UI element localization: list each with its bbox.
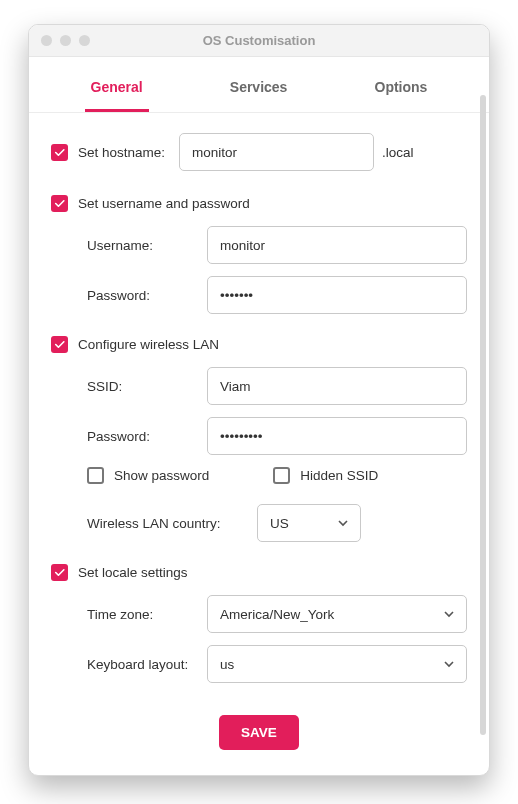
save-button[interactable]: SAVE	[219, 715, 299, 750]
wifi-section: Configure wireless LAN	[51, 336, 467, 353]
close-icon[interactable]	[41, 35, 52, 46]
hostname-input[interactable]	[179, 133, 374, 171]
wifi-password-label: Password:	[87, 429, 207, 444]
chevron-down-icon	[444, 659, 454, 669]
ssid-input[interactable]	[207, 367, 467, 405]
tab-bar: General Services Options	[29, 57, 489, 113]
keyboard-row: Keyboard layout: us	[87, 645, 467, 683]
save-row: SAVE	[51, 703, 467, 756]
password-row: Password:	[87, 276, 467, 314]
check-icon	[53, 338, 66, 351]
content-pane: Set hostname: .local Set username and pa…	[29, 113, 489, 775]
hostname-suffix: .local	[382, 145, 414, 160]
tab-options[interactable]: Options	[369, 71, 434, 112]
check-icon	[53, 566, 66, 579]
locale-label: Set locale settings	[78, 565, 188, 580]
keyboard-label: Keyboard layout:	[87, 657, 207, 672]
show-password-label: Show password	[114, 468, 209, 483]
show-password-toggle[interactable]: Show password	[87, 467, 209, 484]
show-password-checkbox	[87, 467, 104, 484]
check-icon	[53, 146, 66, 159]
wifi-country-select[interactable]: US	[257, 504, 361, 542]
keyboard-select[interactable]: us	[207, 645, 467, 683]
wifi-label: Configure wireless LAN	[78, 337, 219, 352]
hidden-ssid-label: Hidden SSID	[300, 468, 378, 483]
traffic-lights	[29, 35, 90, 46]
userpass-section: Set username and password	[51, 195, 467, 212]
password-input[interactable]	[207, 276, 467, 314]
userpass-checkbox[interactable]	[51, 195, 68, 212]
hostname-label: Set hostname:	[78, 145, 165, 160]
password-label: Password:	[87, 288, 207, 303]
timezone-row: Time zone: America/New_York	[87, 595, 467, 633]
scrollbar[interactable]	[480, 95, 486, 735]
chevron-down-icon	[444, 609, 454, 619]
timezone-select[interactable]: America/New_York	[207, 595, 467, 633]
timezone-label: Time zone:	[87, 607, 207, 622]
userpass-label: Set username and password	[78, 196, 250, 211]
minimize-icon[interactable]	[60, 35, 71, 46]
ssid-label: SSID:	[87, 379, 207, 394]
ssid-row: SSID:	[87, 367, 467, 405]
wifi-country-label: Wireless LAN country:	[87, 516, 257, 531]
os-customisation-window: OS Customisation General Services Option…	[28, 24, 490, 776]
locale-checkbox[interactable]	[51, 564, 68, 581]
wifi-options-row: Show password Hidden SSID	[87, 467, 467, 484]
wifi-country-row: Wireless LAN country: US	[87, 504, 467, 542]
timezone-value: America/New_York	[220, 607, 334, 622]
wifi-checkbox[interactable]	[51, 336, 68, 353]
keyboard-value: us	[220, 657, 234, 672]
window-title: OS Customisation	[29, 33, 489, 48]
tab-general[interactable]: General	[85, 71, 149, 112]
titlebar: OS Customisation	[29, 25, 489, 57]
wifi-password-row: Password:	[87, 417, 467, 455]
username-label: Username:	[87, 238, 207, 253]
tab-services[interactable]: Services	[224, 71, 294, 112]
hidden-ssid-toggle[interactable]: Hidden SSID	[273, 467, 378, 484]
hostname-checkbox[interactable]	[51, 144, 68, 161]
chevron-down-icon	[338, 518, 348, 528]
username-input[interactable]	[207, 226, 467, 264]
hostname-row: Set hostname: .local	[51, 133, 467, 171]
username-row: Username:	[87, 226, 467, 264]
wifi-country-value: US	[270, 516, 289, 531]
hidden-ssid-checkbox	[273, 467, 290, 484]
locale-section: Set locale settings	[51, 564, 467, 581]
wifi-password-input[interactable]	[207, 417, 467, 455]
check-icon	[53, 197, 66, 210]
zoom-icon[interactable]	[79, 35, 90, 46]
